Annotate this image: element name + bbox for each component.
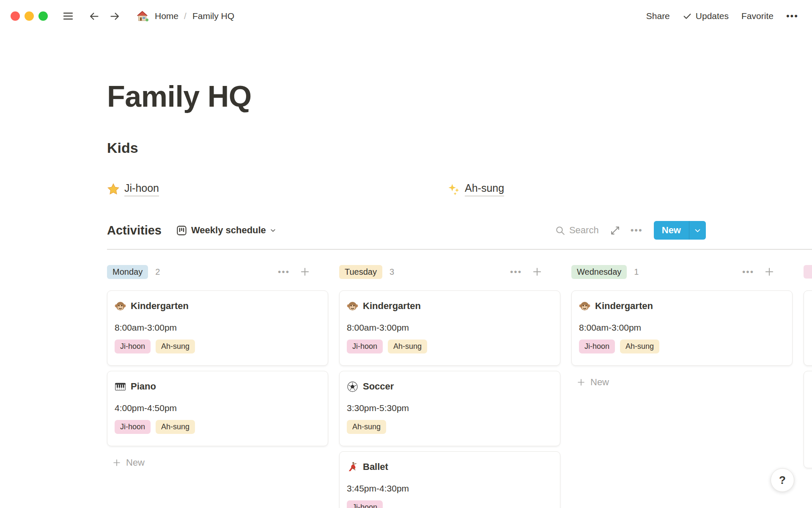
new-card-button[interactable]: New [571,377,793,388]
more-options-button[interactable]: ••• [786,11,798,22]
monkey-icon [115,301,126,312]
forward-arrow-icon[interactable] [109,11,121,22]
help-button[interactable]: ? [771,468,794,492]
updates-label: Updates [696,11,729,21]
tag-ji-hoon: Ji-hoon [115,420,151,434]
card-partial[interactable] [804,371,812,468]
board-divider [107,249,812,250]
tag-ji-hoon: Ji-hoon [579,340,615,353]
column-badge[interactable]: Tuesday [339,265,382,279]
card-title: Kindergarten [363,301,421,312]
column-header: Monday 2 ••• [107,262,328,281]
minimize-button[interactable] [25,11,34,21]
column-badge[interactable] [804,265,812,279]
column-add-button[interactable] [299,266,310,277]
card-title: Ballet [363,461,388,472]
column-header: Tuesday 3 ••• [339,262,560,281]
kid-page-link-ji-hoon[interactable]: Ji-hoon [107,182,159,196]
column-add-button[interactable] [532,266,543,277]
search-button[interactable]: Search [555,225,599,236]
topbar-actions: Share Updates Favorite ••• [646,11,798,22]
breadcrumb-current-page: Family HQ [192,11,234,21]
kids-heading: Kids [107,140,138,156]
card-kindergarten[interactable]: Kindergarten 8:00am-3:00pm Ji-hoon Ah-su… [339,290,560,366]
card-time: 3:45pm-4:30pm [347,483,553,494]
card-time: 8:00am-3:00pm [347,322,553,334]
column-count: 3 [390,267,394,277]
card-title: Soccer [363,381,394,392]
zoom-button[interactable] [38,11,48,21]
card-soccer[interactable]: Soccer 3:30pm-5:30pm Ah-sung [339,371,560,446]
tag-ji-hoon: Ji-hoon [115,340,151,353]
new-card-label: New [126,457,145,468]
view-selector[interactable]: Weekly schedule [176,225,276,236]
column-more-button[interactable]: ••• [742,267,754,277]
column-header [804,262,812,281]
board-view-icon [176,225,187,236]
column-more-button[interactable]: ••• [278,267,290,277]
tag-ah-sung: Ah-sung [388,340,427,353]
card-piano[interactable]: Piano 4:00pm-4:50pm Ji-hoon Ah-sung [107,371,328,446]
board-column-partial [804,262,812,473]
kid-link-label: Ah-sung [465,182,504,196]
activities-heading: Activities [107,224,162,237]
activities-header-row: Activities Weekly schedule Search ••• Ne… [107,220,706,240]
column-count: 1 [634,267,639,277]
column-add-button[interactable] [764,266,775,277]
new-entry-button[interactable]: New [654,221,706,240]
tag-ah-sung: Ah-sung [156,420,195,434]
new-card-button[interactable]: New [107,457,328,468]
soccer-ball-icon [347,381,358,392]
board-column-wednesday: Wednesday 1 ••• Kindergarten 8:00am-3:00… [571,262,793,388]
card-title: Kindergarten [131,301,189,312]
share-button[interactable]: Share [646,11,670,21]
chevron-down-icon [270,227,276,234]
board-column-tuesday: Tuesday 3 ••• Kindergarten 8:00am-3:00pm [339,262,560,508]
new-entry-dropdown-button[interactable] [689,221,706,240]
back-arrow-icon[interactable] [88,11,100,22]
card-kindergarten[interactable]: Kindergarten 8:00am-3:00pm Ji-hoon Ah-su… [107,290,328,366]
dancer-icon [347,461,358,473]
new-entry-label[interactable]: New [654,221,689,240]
card-ballet[interactable]: Ballet 3:45pm-4:30pm Ji-hoon [339,451,560,508]
monkey-icon [579,301,590,312]
tag-ji-hoon: Ji-hoon [347,500,383,508]
view-more-options-button[interactable]: ••• [631,225,643,236]
column-header: Wednesday 1 ••• [571,262,793,281]
page-title: Family HQ [107,80,252,113]
traffic-lights [11,11,48,21]
star-icon [107,183,120,196]
column-count: 2 [155,267,160,277]
card-time: 8:00am-3:00pm [579,322,785,334]
card-time: 3:30pm-5:30pm [347,402,553,414]
card-time: 4:00pm-4:50pm [115,402,321,414]
breadcrumb-home[interactable]: Home [155,11,178,21]
card-partial[interactable] [804,290,812,366]
board-column-monday: Monday 2 ••• Kindergarten 8:00am-3:00pm [107,262,328,468]
sparkles-icon [447,183,460,196]
tag-ji-hoon: Ji-hoon [347,340,383,353]
search-label: Search [569,225,599,236]
house-icon [136,10,149,23]
kid-page-link-ah-sung[interactable]: Ah-sung [447,182,504,196]
plus-icon [112,458,121,467]
breadcrumb-separator: / [184,11,187,21]
card-kindergarten[interactable]: Kindergarten 8:00am-3:00pm Ji-hoon Ah-su… [571,290,793,366]
column-more-button[interactable]: ••• [510,267,522,277]
window-top-bar: Home / Family HQ Share Updates Favorite … [0,0,812,32]
check-icon [683,11,692,21]
sidebar-menu-icon[interactable] [62,10,74,22]
favorite-button[interactable]: Favorite [741,11,774,21]
column-badge[interactable]: Monday [107,265,148,279]
tag-ah-sung: Ah-sung [620,340,659,353]
search-icon [555,225,565,236]
expand-icon[interactable] [610,225,620,236]
piano-icon [115,381,126,392]
close-button[interactable] [11,11,20,21]
plus-icon [576,378,586,387]
column-badge[interactable]: Wednesday [571,265,627,279]
tag-ah-sung: Ah-sung [156,340,195,353]
card-time: 8:00am-3:00pm [115,322,321,334]
question-mark-icon: ? [779,474,786,487]
updates-button[interactable]: Updates [683,11,729,21]
